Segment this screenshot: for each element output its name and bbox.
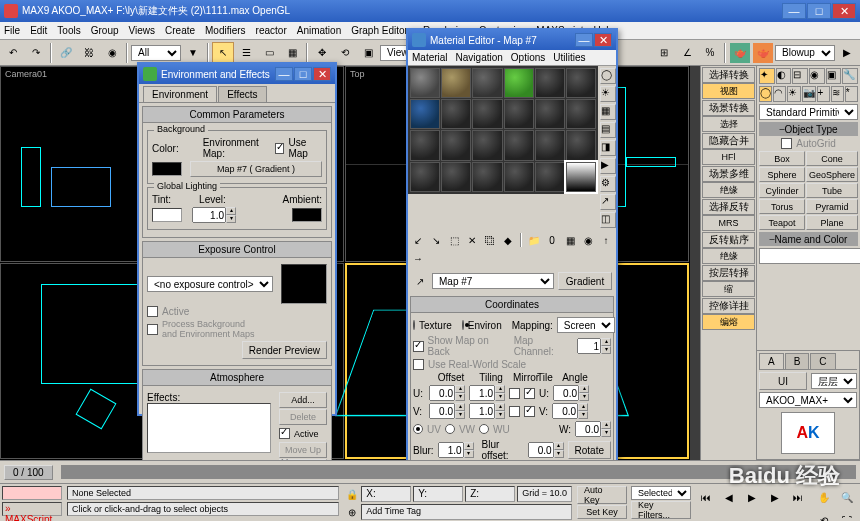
pick-icon[interactable]: ↗: [412, 273, 428, 289]
object-type-header[interactable]: – Object Type: [759, 122, 858, 136]
vw-radio[interactable]: [445, 424, 455, 434]
realworld-check[interactable]: [413, 359, 424, 370]
mat-slot-7[interactable]: [441, 99, 471, 129]
cmd-7[interactable]: 控修详挂: [702, 298, 755, 314]
link-button[interactable]: 🔗: [55, 42, 77, 64]
modify-tab-icon[interactable]: ◐: [776, 68, 792, 84]
video-check-icon[interactable]: ◨: [600, 140, 616, 156]
tint-swatch[interactable]: [152, 208, 182, 222]
mat-slot-0[interactable]: [410, 68, 440, 98]
backlight-icon[interactable]: ☀: [600, 86, 616, 102]
delete-button[interactable]: Delete: [279, 409, 327, 425]
coords-header[interactable]: Coordinates: [411, 297, 613, 313]
environ-radio[interactable]: [462, 320, 464, 330]
cameras-icon[interactable]: 📷: [802, 86, 816, 102]
exp-proc-check[interactable]: [147, 324, 158, 335]
mat-slot-6[interactable]: [410, 99, 440, 129]
mat-menu-options[interactable]: Options: [511, 52, 545, 63]
mat-slot-20[interactable]: [472, 162, 502, 192]
bluroff-spinner[interactable]: ▴▾: [528, 442, 564, 458]
maxscript-label[interactable]: » MAXScript: [2, 502, 62, 516]
mat-type-button[interactable]: Gradient: [558, 272, 612, 290]
sample-uv-icon[interactable]: ▤: [600, 122, 616, 138]
mat-slot-12[interactable]: [410, 130, 440, 160]
cmd-tag-3[interactable]: 绝缘: [702, 182, 755, 198]
menu-file[interactable]: File: [4, 25, 20, 36]
usemap-checkbox[interactable]: [275, 143, 285, 154]
tab-c[interactable]: C: [810, 353, 835, 369]
nav-max-icon[interactable]: ⛶: [836, 509, 858, 521]
mat-slot-3[interactable]: [504, 68, 534, 98]
cmd-2[interactable]: 隐藏合并: [702, 133, 755, 149]
cone-button[interactable]: Cone: [806, 151, 858, 166]
menu-edit[interactable]: Edit: [30, 25, 47, 36]
menu-create[interactable]: Create: [165, 25, 195, 36]
geometry-icon[interactable]: ◯: [759, 86, 772, 102]
cmd-4[interactable]: 选择反转: [702, 199, 755, 215]
go-sibling-icon[interactable]: →: [410, 250, 426, 266]
name-color-header[interactable]: – Name and Color: [759, 232, 858, 246]
mat-slot-13[interactable]: [441, 130, 471, 160]
atmo-active-check[interactable]: [279, 428, 290, 439]
plane-button[interactable]: Plane: [806, 215, 858, 230]
cmd-tag-1[interactable]: 选择: [702, 116, 755, 132]
mat-slot-4[interactable]: [535, 68, 565, 98]
mat-slot-17[interactable]: [566, 130, 596, 160]
mat-slot-16[interactable]: [535, 130, 565, 160]
mat-slot-9[interactable]: [504, 99, 534, 129]
cmd-tag-5[interactable]: 绝缘: [702, 248, 755, 264]
systems-icon[interactable]: *: [845, 86, 858, 102]
mat-map-nav-icon[interactable]: ◫: [600, 212, 616, 228]
teapot-button[interactable]: Teapot: [759, 215, 805, 230]
v-tiling[interactable]: ▴▾: [469, 403, 505, 419]
rotate-button[interactable]: Rotate: [568, 441, 611, 459]
unlink-button[interactable]: ⛓: [78, 42, 100, 64]
display-tab-icon[interactable]: ▣: [826, 68, 842, 84]
cmd-tag-6[interactable]: 缩: [702, 281, 755, 297]
mat-menu-material[interactable]: Material: [412, 52, 448, 63]
autokey-button[interactable]: Auto Key: [577, 486, 627, 504]
render-button[interactable]: 🫖: [729, 42, 751, 64]
tube-button[interactable]: Tube: [806, 183, 858, 198]
geosphere-button[interactable]: GeoSphere: [806, 167, 858, 182]
make-unique-icon[interactable]: ◆: [500, 232, 516, 248]
time-tag[interactable]: Add Time Tag: [361, 504, 572, 520]
mat-slot-11[interactable]: [566, 99, 596, 129]
torus-button[interactable]: Torus: [759, 199, 805, 214]
mat-slot-15[interactable]: [504, 130, 534, 160]
hierarchy-tab-icon[interactable]: ⊟: [792, 68, 808, 84]
uv-radio[interactable]: [413, 424, 423, 434]
filter-button[interactable]: ▼: [182, 42, 204, 64]
menu-grapheditors[interactable]: Graph Editors: [351, 25, 413, 36]
cmd-1[interactable]: 场景转换: [702, 100, 755, 116]
u-offset[interactable]: ▴▾: [429, 385, 465, 401]
mat-slot-23[interactable]: [566, 162, 596, 192]
utilities-tab-icon[interactable]: 🔧: [842, 68, 858, 84]
mapping-select[interactable]: Screen: [557, 317, 615, 333]
menu-reactor[interactable]: reactor: [256, 25, 287, 36]
y-coord[interactable]: Y:: [413, 486, 463, 502]
exposure-select[interactable]: <no exposure control>: [147, 276, 273, 292]
ambient-swatch[interactable]: [292, 208, 322, 222]
mat-menu-navigation[interactable]: Navigation: [456, 52, 503, 63]
create-tab-icon[interactable]: ✦: [759, 68, 775, 84]
cmd-tag-4[interactable]: MRS: [702, 215, 755, 231]
menu-views[interactable]: Views: [129, 25, 156, 36]
wu-radio[interactable]: [479, 424, 489, 434]
moveup-button[interactable]: Move Up: [279, 442, 327, 458]
z-coord[interactable]: Z:: [465, 486, 515, 502]
u-tile[interactable]: [524, 388, 535, 399]
v-tile[interactable]: [524, 406, 535, 417]
box-button[interactable]: Box: [759, 151, 805, 166]
cmd-3[interactable]: 场景多维: [702, 166, 755, 182]
keymode-select[interactable]: Selected: [631, 486, 691, 500]
env-max-button[interactable]: □: [294, 67, 312, 81]
render-last-button[interactable]: ▶: [836, 42, 858, 64]
maximize-button[interactable]: □: [807, 3, 831, 19]
menu-tools[interactable]: Tools: [57, 25, 80, 36]
mat-min-button[interactable]: —: [575, 33, 593, 47]
mat-slot-18[interactable]: [410, 162, 440, 192]
sphere-button[interactable]: Sphere: [759, 167, 805, 182]
mat-slot-5[interactable]: [566, 68, 596, 98]
atmosphere-header[interactable]: Atmosphere: [143, 370, 331, 386]
